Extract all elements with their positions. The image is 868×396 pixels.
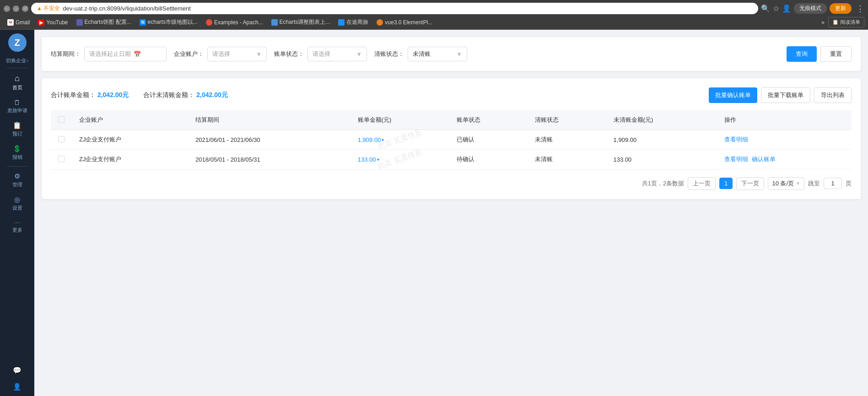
expense-icon: 🗒: [14, 98, 21, 106]
forward-button[interactable]: →: [13, 5, 19, 12]
account-select[interactable]: 请选择 ▼: [207, 47, 267, 61]
account-icon[interactable]: 👤: [782, 4, 791, 13]
row2-view-detail-link[interactable]: 查看明细: [724, 155, 748, 163]
row1-checkbox-cell: [51, 130, 72, 150]
reimburse-icon: 💲: [13, 145, 22, 153]
page-size-select[interactable]: 10 条/页 ▼: [768, 177, 804, 190]
menu-icon[interactable]: ⋮: [856, 4, 864, 14]
bookmark-zhihu-label: echarts市级地图以...: [148, 18, 198, 26]
header-checkbox[interactable]: [58, 116, 65, 123]
clear-status-value: 未清账: [413, 50, 431, 58]
row1-account: ZJ企业支付账户: [72, 130, 188, 150]
data-table: 企业账户 结算期间 账单金额(元) 账单状态 清账状态 未清账金额(元) 操作: [51, 110, 852, 170]
header-period: 结算期间: [188, 110, 350, 130]
row1-amount-value: 1,909.00: [358, 136, 381, 143]
goto-label: 跳至: [808, 179, 820, 188]
row2-clear-status: 未清账: [528, 150, 606, 170]
reading-list-button[interactable]: 📋 阅读清单: [828, 17, 864, 27]
bookmark-examples[interactable]: Examples - Apach...: [202, 18, 267, 27]
row1-unclear-amount: 1,909.00: [606, 130, 717, 150]
sidebar-item-reimburse[interactable]: 💲 报销: [0, 141, 34, 164]
back-button[interactable]: ←: [4, 5, 10, 12]
header-checkbox-cell: [51, 110, 72, 130]
star-icon[interactable]: ☆: [773, 4, 779, 13]
filter-clear-status: 清账状态： 未清账 ▼: [374, 47, 467, 61]
calendar-icon: 📅: [134, 51, 141, 58]
stealth-button[interactable]: 无痕模式: [794, 3, 827, 14]
next-page-button[interactable]: 下一页: [736, 177, 764, 190]
update-button[interactable]: 更新: [830, 3, 852, 14]
page-size-value: 10 条/页: [772, 179, 794, 188]
content-area: 结算期间： 请选择起止日期 📅 企业账户： 请选择 ▼ 账单状态：: [34, 30, 868, 396]
bookmark-youtube[interactable]: ▶ YouTube: [34, 18, 71, 27]
youtube-icon: ▶: [38, 19, 44, 26]
row2-amount-link[interactable]: 133.00 ▾: [358, 156, 442, 163]
sidebar-item-home[interactable]: ⌂ 首页: [0, 70, 34, 95]
search-button[interactable]: 查询: [787, 46, 817, 62]
bookmark-vue[interactable]: vue3.0 ElementPl...: [373, 18, 436, 27]
goto-input[interactable]: [824, 178, 842, 189]
bookmark-ztrip[interactable]: 在途商旅: [334, 17, 372, 27]
address-bar[interactable]: ▲ 不安全 dev-uat.z-trip.cn:8099/v/liquidati…: [31, 3, 758, 14]
search-icon[interactable]: 🔍: [761, 4, 770, 13]
bookmark-ztrip-label: 在途商旅: [346, 18, 368, 26]
row1-view-detail-link[interactable]: 查看明细: [724, 136, 748, 143]
sidebar-item-settings[interactable]: ◎ 设置: [0, 192, 34, 215]
sidebar-item-booking[interactable]: 📋 预订: [0, 118, 34, 141]
sidebar-item-manage[interactable]: ⚙ 管理: [0, 168, 34, 192]
bookmark-echarts2-label: Echarts调整图表上...: [280, 18, 330, 26]
bookmark-echarts1[interactable]: Echarts饼图 配置...: [73, 17, 135, 27]
reload-button[interactable]: ↺: [22, 5, 28, 12]
period-input[interactable]: 请选择起止日期 📅: [84, 47, 167, 61]
bookmark-echarts2[interactable]: Echarts调整图表上...: [268, 17, 334, 27]
table-row: ZJ企业支付账户 2021/06/01 - 2021/06/30 1,909.0…: [51, 130, 852, 150]
booking-icon: 📋: [13, 121, 22, 130]
batch-confirm-button[interactable]: 批量确认账单: [709, 87, 757, 103]
sidebar-item-user[interactable]: 👤: [0, 379, 34, 396]
table-header: 企业账户 结算期间 账单金额(元) 账单状态 清账状态 未清账金额(元) 操作: [51, 110, 852, 130]
batch-download-button[interactable]: 批量下载账单: [761, 87, 810, 103]
filter-period: 结算期间： 请选择起止日期 📅: [51, 47, 167, 61]
manage-icon: ⚙: [14, 172, 20, 180]
sidebar-item-chat[interactable]: 💬: [0, 363, 34, 379]
export-button[interactable]: 导出列表: [814, 87, 852, 103]
bill-status-select[interactable]: 请选择 ▼: [307, 47, 367, 61]
bookmark-vue-label: vue3.0 ElementPl...: [385, 19, 432, 26]
sidebar-item-reimburse-label: 报销: [12, 154, 22, 161]
app-layout: Z 切换企业 › ⌂ 首页 🗒 差旅申请 📋 预订 💲 报销 ⚙ 管理 ◎: [0, 30, 868, 396]
user-icon: 👤: [13, 383, 22, 391]
prev-page-button[interactable]: 上一页: [688, 177, 716, 190]
total-unclear-label: 合计未清账金额：: [143, 91, 194, 98]
row2-account: ZJ企业支付账户: [72, 150, 188, 170]
settings-icon: ◎: [14, 195, 20, 204]
clear-status-select[interactable]: 未清账 ▼: [408, 47, 467, 61]
row2-bill-status: 待确认: [449, 150, 528, 170]
row2-checkbox-cell: [51, 150, 72, 170]
row2-amount-dropdown-icon: ▾: [377, 157, 379, 162]
row2-period: 2018/05/01 - 2018/05/31: [188, 150, 350, 170]
bill-status-dropdown-icon: ▼: [356, 51, 362, 58]
row2-confirm-bill-link[interactable]: 确认账单: [752, 155, 776, 163]
more-icon: ···: [14, 219, 21, 226]
table-row: ZJ企业支付账户 2018/05/01 - 2018/05/31 133.00 …: [51, 150, 852, 170]
sidebar: Z 切换企业 › ⌂ 首页 🗒 差旅申请 📋 预订 💲 报销 ⚙ 管理 ◎: [0, 30, 34, 396]
row1-amount-link[interactable]: 1,909.00 ▾: [358, 136, 442, 143]
reset-button[interactable]: 重置: [820, 46, 852, 62]
pagination-total: 共1页，2条数据: [642, 179, 684, 188]
bookmark-echarts1-label: Echarts饼图 配置...: [85, 18, 131, 26]
echarts2-icon: [271, 19, 278, 26]
bookmark-gmail[interactable]: M Gmail: [4, 18, 33, 27]
bookmarks-more-button[interactable]: »: [819, 18, 827, 27]
bookmark-examples-label: Examples - Apach...: [214, 19, 263, 26]
row2-checkbox[interactable]: [58, 156, 65, 162]
row2-amount-cell: 133.00 ▾ 此页 瓦蛋传及: [350, 150, 449, 170]
sidebar-item-more[interactable]: ··· 更多: [0, 215, 34, 237]
row1-checkbox[interactable]: [58, 136, 65, 142]
sidebar-item-expense[interactable]: 🗒 差旅申请: [0, 95, 34, 118]
bookmark-zhihu[interactable]: 知 echarts市级地图以...: [136, 17, 201, 27]
reading-list-icon: 📋: [832, 19, 839, 25]
row1-amount-cell: 1,909.00 ▾ 此页 瓦蛋传及: [350, 130, 449, 150]
current-page-button[interactable]: 1: [719, 178, 733, 189]
bill-status-placeholder: 请选择: [313, 50, 330, 58]
switch-enterprise-button[interactable]: 切换企业 ›: [3, 55, 31, 66]
